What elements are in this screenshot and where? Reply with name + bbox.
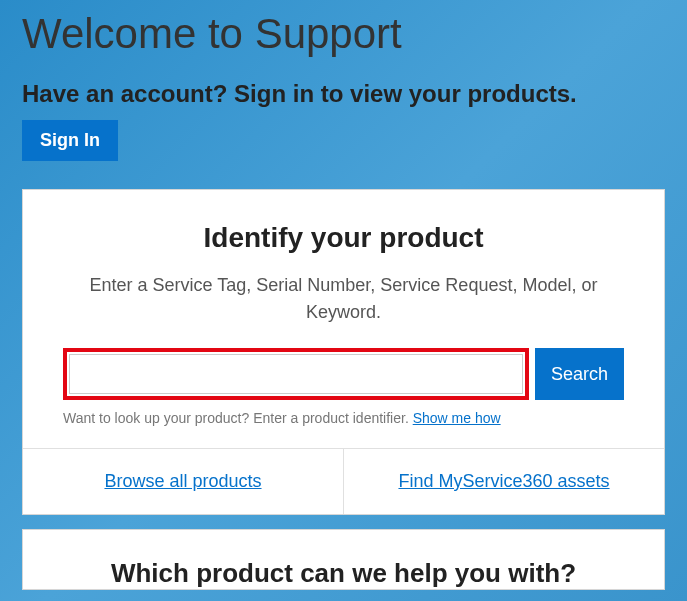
help-title: Which product can we help you with? [43, 558, 644, 589]
page-title: Welcome to Support [22, 0, 665, 76]
browse-all-products-link[interactable]: Browse all products [104, 471, 261, 491]
search-input[interactable] [69, 354, 523, 394]
identify-description: Enter a Service Tag, Serial Number, Serv… [63, 272, 624, 326]
find-myservice360-assets-link[interactable]: Find MyService360 assets [398, 471, 609, 491]
lookup-hint: Want to look up your product? Enter a pr… [63, 410, 624, 426]
identify-title: Identify your product [63, 222, 624, 254]
lookup-hint-text: Want to look up your product? Enter a pr… [63, 410, 413, 426]
help-card: Which product can we help you with? [22, 529, 665, 590]
browse-cell: Browse all products [23, 449, 344, 514]
signin-prompt: Have an account? Sign in to view your pr… [22, 76, 577, 112]
find-assets-cell: Find MyService360 assets [344, 449, 664, 514]
identify-card: Identify your product Enter a Service Ta… [22, 189, 665, 515]
search-button[interactable]: Search [535, 348, 624, 400]
signin-button[interactable]: Sign In [22, 120, 118, 161]
search-row: Search [63, 348, 624, 400]
signin-row: Have an account? Sign in to view your pr… [22, 76, 665, 161]
bottom-links: Browse all products Find MyService360 as… [23, 448, 664, 514]
show-me-how-link[interactable]: Show me how [413, 410, 501, 426]
search-input-highlight [63, 348, 529, 400]
